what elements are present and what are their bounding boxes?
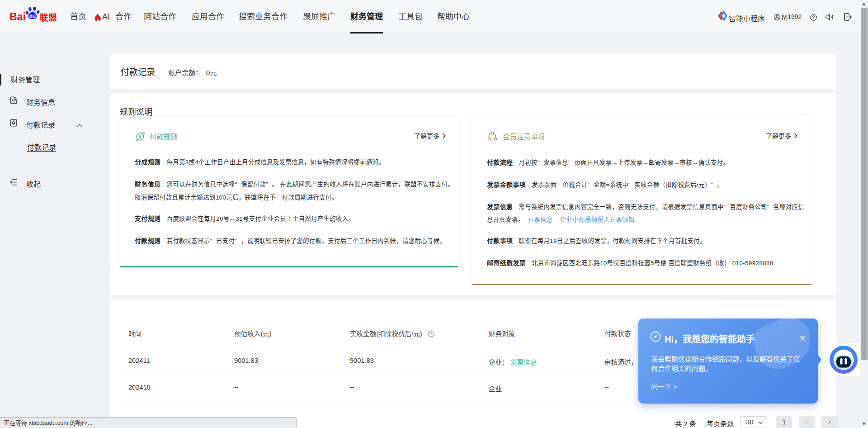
- svg-text:du: du: [29, 13, 36, 19]
